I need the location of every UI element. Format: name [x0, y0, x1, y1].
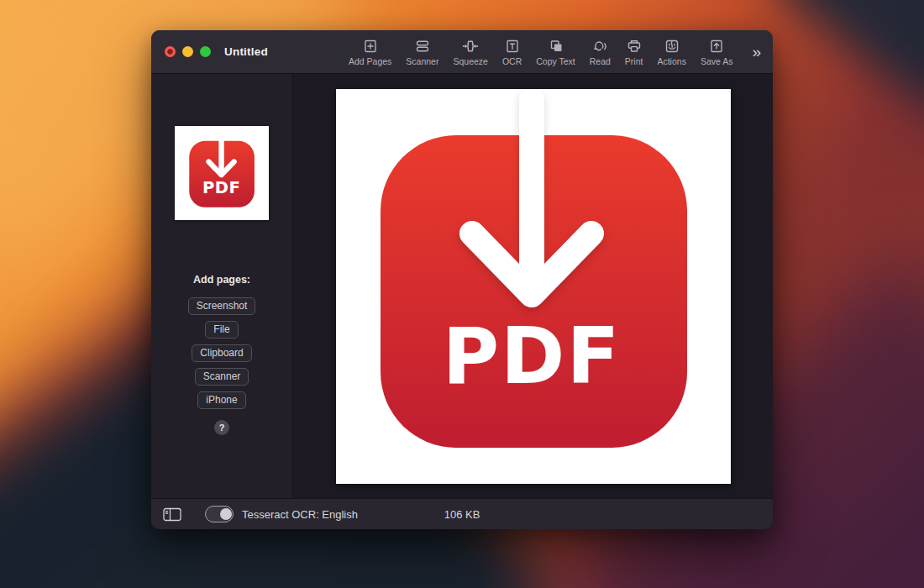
page-thumbnail[interactable]: PDF: [175, 126, 269, 220]
toolbar-label: Save As: [701, 56, 733, 66]
actions-icon: [664, 38, 680, 55]
toolbar-item-read[interactable]: Read: [590, 38, 611, 66]
sidebar-toggle-button[interactable]: [163, 507, 181, 522]
toolbar-item-ocr[interactable]: OCR: [502, 38, 522, 66]
pdf-download-art: PDF: [336, 89, 731, 484]
window-title: Untitled: [224, 45, 268, 58]
toolbar: Add Pages Scanner Squeeze: [349, 38, 761, 66]
sidebar-button-iphone[interactable]: iPhone: [197, 391, 245, 409]
pdf-page[interactable]: PDF: [336, 89, 731, 484]
pdf-badge-label: PDF: [442, 312, 621, 402]
toolbar-overflow-button[interactable]: »: [752, 38, 761, 60]
save-as-icon: [708, 38, 725, 55]
statusbar: Tesseract OCR: English 106 KB: [151, 498, 773, 529]
toolbar-item-actions[interactable]: Actions: [657, 38, 685, 66]
toolbar-item-print[interactable]: Print: [625, 38, 643, 66]
toolbar-item-squeeze[interactable]: Squeeze: [453, 38, 487, 66]
ocr-status-label: Tesseract OCR: English: [242, 508, 358, 521]
sidebar-button-scanner[interactable]: Scanner: [195, 368, 249, 386]
squeeze-icon: [462, 38, 479, 55]
toolbar-label: Scanner: [406, 56, 438, 66]
scanner-icon: [414, 38, 431, 55]
add-pages-buttons: Screenshot File Clipboard Scanner iPhone: [188, 297, 256, 409]
sidebar-panel-icon: [163, 507, 181, 522]
print-icon: [626, 38, 643, 55]
thumbnail-pdf-art: PDF: [180, 131, 264, 215]
app-window: Untitled Add Pages Scanner: [151, 30, 773, 529]
toggle-knob: [220, 508, 232, 520]
sidebar: PDF Add pages: Screenshot File Clipboard…: [151, 74, 293, 498]
toolbar-item-scanner[interactable]: Scanner: [406, 38, 438, 66]
traffic-lights: [165, 46, 211, 57]
toolbar-label: Read: [590, 56, 611, 66]
toolbar-label: Copy Text: [536, 56, 575, 66]
toolbar-label: Actions: [657, 56, 685, 66]
toolbar-item-save-as[interactable]: Save As: [701, 38, 733, 66]
zoom-button[interactable]: [200, 46, 211, 57]
sidebar-button-screenshot[interactable]: Screenshot: [188, 297, 256, 315]
wallpaper-navy-wedge-top: [771, 0, 924, 140]
toolbar-label: OCR: [502, 56, 522, 66]
ocr-icon: [504, 38, 521, 55]
toolbar-item-copy-text[interactable]: Copy Text: [536, 38, 575, 66]
toolbar-label: Print: [625, 56, 643, 66]
close-button[interactable]: [165, 46, 176, 57]
add-pages-label: Add pages:: [193, 274, 250, 286]
toolbar-label: Squeeze: [453, 56, 487, 66]
titlebar: Untitled Add Pages Scanner: [151, 30, 773, 74]
toolbar-label: Add Pages: [349, 56, 391, 66]
toolbar-item-add-pages[interactable]: Add Pages: [349, 38, 391, 66]
content-area: PDF: [293, 74, 773, 498]
sidebar-button-clipboard[interactable]: Clipboard: [192, 344, 251, 362]
copy-text-icon: [548, 38, 564, 55]
read-icon: [591, 38, 608, 55]
minimize-button[interactable]: [182, 46, 193, 57]
sidebar-button-file[interactable]: File: [205, 321, 238, 339]
ocr-toggle-switch[interactable]: [205, 506, 234, 522]
window-body: PDF Add pages: Screenshot File Clipboard…: [151, 74, 773, 498]
help-button[interactable]: ?: [214, 420, 229, 435]
thumbnail-pdf-badge-label: PDF: [202, 178, 240, 197]
add-pages-icon: [362, 38, 379, 55]
